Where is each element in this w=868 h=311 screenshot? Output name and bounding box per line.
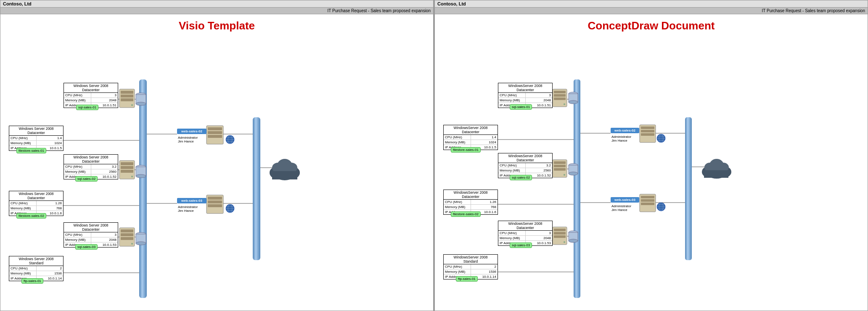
right-subtitle: IT Purchase Request - Sales team propose… (435, 8, 868, 14)
svg-rect-76 (272, 171, 297, 179)
r-sql-sales-03-label: sql-sales-03 (510, 242, 532, 248)
right-company-name: Contoso, Ltd (435, 0, 868, 8)
svg-rect-100 (553, 227, 567, 245)
sql-sales-03-label: sql-sales-03 (75, 244, 98, 250)
svg-rect-26 (121, 237, 133, 240)
svg-rect-95 (553, 160, 567, 177)
svg-rect-102 (554, 232, 566, 235)
svg-rect-21 (121, 170, 133, 173)
r-sql-sales-01-label: sql-sales-01 (510, 104, 532, 110)
svg-point-17 (131, 104, 133, 106)
svg-rect-97 (554, 165, 566, 167)
svg-point-99 (564, 174, 565, 176)
svg-rect-18 (119, 161, 135, 179)
r-web-sales-02-box: web-sales-02 (611, 128, 639, 133)
svg-rect-54 (208, 131, 222, 134)
svg-rect-136 (641, 203, 654, 205)
svg-rect-15 (121, 95, 133, 98)
svg-rect-135 (641, 199, 654, 202)
svg-point-66 (228, 204, 232, 213)
svg-rect-78 (685, 117, 692, 260)
svg-point-60 (226, 135, 234, 144)
svg-rect-90 (553, 89, 567, 107)
right-main-title: ConceptDraw Document (435, 14, 868, 36)
svg-rect-23 (119, 228, 135, 246)
svg-rect-16 (121, 98, 133, 101)
svg-point-152 (718, 163, 729, 172)
svg-point-43 (136, 93, 146, 96)
svg-rect-92 (554, 94, 566, 97)
svg-point-75 (286, 163, 297, 173)
svg-point-128 (569, 239, 578, 242)
svg-point-138 (659, 134, 663, 142)
svg-point-149 (719, 166, 731, 177)
svg-rect-53 (208, 127, 222, 130)
right-content: ConceptDraw Document (435, 14, 868, 311)
svg-point-22 (131, 176, 133, 177)
svg-rect-44 (136, 95, 146, 104)
svg-point-120 (569, 92, 578, 95)
svg-rect-91 (554, 91, 566, 93)
svg-point-45 (136, 102, 146, 105)
svg-rect-19 (121, 162, 133, 165)
svg-rect-132 (641, 133, 654, 136)
left-main-title: Visio Template (0, 14, 433, 36)
svg-point-27 (131, 243, 133, 245)
svg-rect-93 (554, 98, 566, 100)
svg-point-148 (702, 166, 715, 177)
svg-point-150 (709, 159, 724, 171)
svg-point-51 (136, 242, 146, 245)
svg-rect-13 (119, 89, 135, 108)
svg-rect-59 (208, 204, 222, 207)
r-web-sales-03-info: Administrator Jim Hance (611, 204, 631, 212)
svg-rect-1 (253, 117, 260, 260)
filestore-sales-01-info: Windows Server 2008Datacenter CPU (MHz) … (9, 126, 64, 151)
svg-point-147 (705, 162, 728, 179)
svg-point-49 (136, 232, 146, 236)
web-sales-03-info: Administrator Jim Hance (178, 205, 198, 213)
svg-rect-0 (139, 79, 147, 298)
sql-sales-01-mem-row: Memory (MB) 2048 (64, 98, 118, 103)
svg-point-104 (564, 241, 565, 243)
left-subtitle: IT Purchase Request - Sales team propose… (0, 8, 433, 14)
sql-sales-01-label: sql-sales-01 (76, 105, 98, 110)
r-web-sales-02-info: Administrator Jim Hance (611, 135, 631, 142)
ftp-sales-01-info: Windows Server 2008Standard CPU (MHz) 2 … (9, 256, 64, 281)
svg-rect-55 (208, 135, 222, 138)
svg-rect-121 (569, 94, 578, 102)
svg-point-151 (704, 163, 715, 172)
svg-rect-24 (121, 229, 133, 232)
svg-rect-103 (554, 235, 566, 238)
svg-rect-133 (640, 194, 656, 212)
svg-point-73 (277, 159, 292, 172)
svg-point-126 (569, 231, 578, 234)
web-sales-03-box: web-sales-03 (177, 198, 206, 203)
svg-rect-130 (641, 127, 654, 129)
svg-point-122 (569, 100, 578, 104)
svg-point-143 (659, 203, 663, 211)
svg-point-48 (136, 174, 146, 178)
svg-rect-57 (208, 197, 222, 200)
left-company-name: Contoso, Ltd (0, 0, 433, 8)
svg-rect-58 (208, 200, 222, 203)
svg-rect-124 (569, 165, 578, 174)
r-sql-sales-02-label: sql-sales-02 (510, 175, 532, 180)
sql-sales-01-title: Windows Server 2008Datacenter (64, 83, 118, 93)
svg-point-46 (136, 165, 146, 169)
svg-rect-96 (554, 161, 566, 164)
r-ftp-sales-01-label: ftp-sales-01 (456, 276, 478, 282)
filestore-sales-02-label: filestore-sales-02 (16, 213, 46, 219)
svg-point-61 (228, 135, 232, 144)
svg-rect-131 (641, 130, 654, 132)
sql-sales-02-label: sql-sales-02 (75, 176, 98, 182)
svg-point-123 (569, 163, 578, 167)
svg-rect-50 (136, 234, 146, 243)
right-panel: Contoso, Ltd IT Purchase Request - Sales… (434, 0, 868, 311)
ftp-sales-01-label: ftp-sales-01 (21, 278, 43, 284)
svg-rect-47 (136, 167, 146, 176)
filestore-sales-01-label: filestore-sales-01 (16, 148, 46, 153)
left-content: Visio Template (0, 14, 433, 311)
svg-point-65 (226, 204, 234, 213)
filestore-sales-01-title: Windows Server 2008Datacenter (9, 126, 63, 136)
svg-rect-127 (569, 232, 578, 241)
